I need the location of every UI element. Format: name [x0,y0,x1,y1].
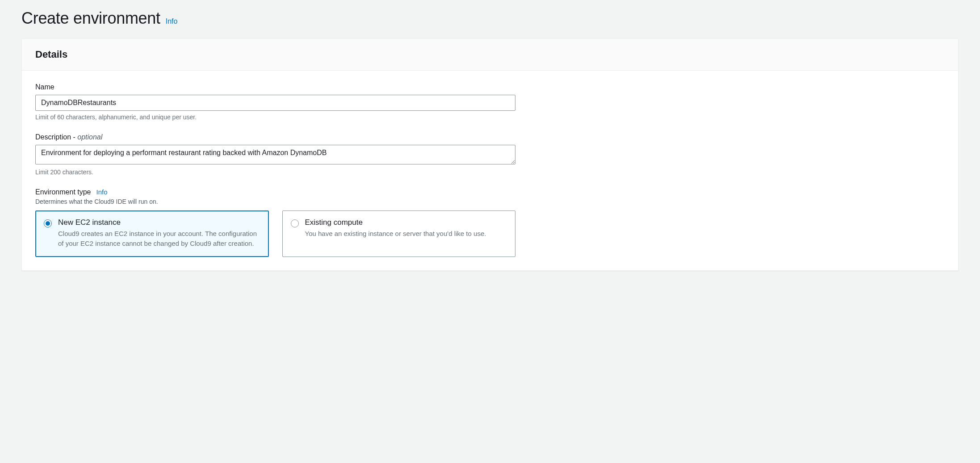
env-type-label-row: Environment type Info [35,188,945,196]
tile-content: New EC2 instance Cloud9 creates an EC2 i… [58,218,260,248]
panel-header: Details [22,39,958,71]
radio-icon [44,219,52,227]
panel-body: Name Limit of 60 characters, alphanumeri… [22,71,958,270]
name-group: Name Limit of 60 characters, alphanumeri… [35,83,945,121]
tile-content: Existing compute You have an existing in… [305,218,507,248]
tile-desc: Cloud9 creates an EC2 instance in your a… [58,229,260,248]
env-type-sublabel: Determines what the Cloud9 IDE will run … [35,198,945,205]
description-group: Description - optional Environment for d… [35,133,945,176]
details-panel: Details Name Limit of 60 characters, alp… [21,38,959,271]
description-label-optional: optional [77,133,102,141]
tile-title: New EC2 instance [58,218,260,227]
description-label-main: Description - [35,133,77,141]
page-title: Create environment [21,9,160,28]
tile-desc: You have an existing instance or server … [305,229,507,239]
env-type-group: Environment type Info Determines what th… [35,188,945,257]
description-label: Description - optional [35,133,945,141]
description-help-text: Limit 200 characters. [35,168,945,176]
panel-title: Details [35,49,945,60]
env-type-label: Environment type [35,188,91,196]
description-input[interactable]: Environment for deploying a performant r… [35,145,515,164]
tile-title: Existing compute [305,218,507,227]
page-header: Create environment Info [21,9,959,28]
env-type-option-new-ec2[interactable]: New EC2 instance Cloud9 creates an EC2 i… [35,210,269,257]
env-type-options: New EC2 instance Cloud9 creates an EC2 i… [35,210,515,257]
env-type-info-link[interactable]: Info [96,188,108,196]
name-label: Name [35,83,945,91]
env-type-option-existing-compute[interactable]: Existing compute You have an existing in… [282,210,516,257]
name-input[interactable] [35,95,515,111]
header-info-link[interactable]: Info [166,17,178,25]
page-root: Create environment Info Details Name Lim… [0,0,980,292]
radio-icon [291,219,299,227]
name-help-text: Limit of 60 characters, alphanumeric, an… [35,114,945,121]
